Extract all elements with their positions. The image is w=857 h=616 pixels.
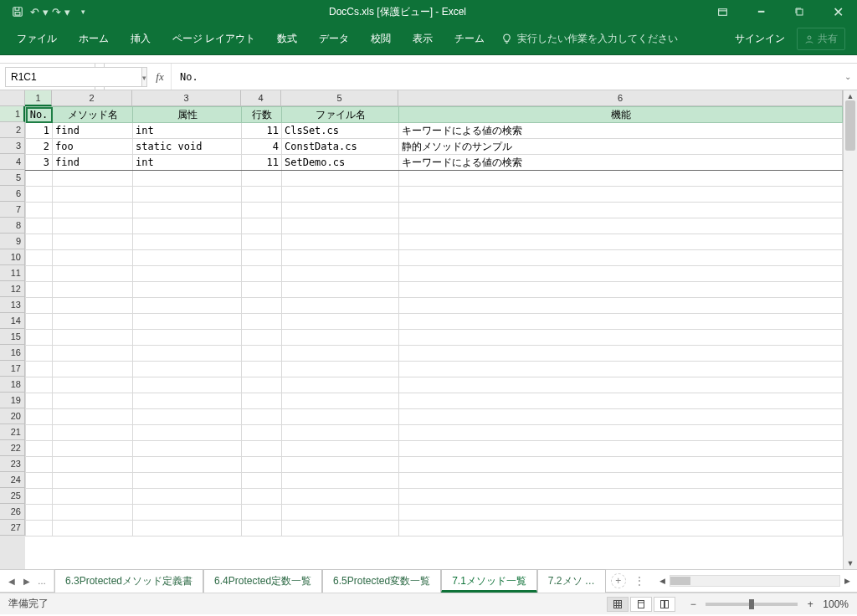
cell[interactable]	[26, 521, 53, 536]
cell[interactable]	[242, 203, 282, 218]
cell[interactable]	[26, 457, 53, 473]
cell[interactable]	[399, 266, 843, 282]
cell[interactable]	[53, 187, 133, 203]
cell[interactable]	[242, 187, 282, 203]
cells-area[interactable]: No.メソッド名属性行数ファイル名機能1findint11ClsSet.csキー…	[25, 106, 843, 569]
page-break-view-icon[interactable]	[654, 597, 675, 612]
cell[interactable]	[242, 521, 282, 536]
cell[interactable]	[242, 505, 282, 521]
cell[interactable]	[53, 362, 133, 377]
row-header[interactable]: 15	[0, 329, 25, 345]
cell[interactable]	[399, 457, 843, 473]
cell[interactable]	[133, 505, 242, 521]
cell[interactable]	[133, 362, 242, 377]
cell[interactable]	[399, 250, 843, 266]
vertical-scrollbar[interactable]: ▲ ▼	[843, 90, 857, 569]
cell[interactable]	[282, 203, 399, 218]
row-header[interactable]: 19	[0, 393, 25, 408]
ribbon-tab-team[interactable]: チーム	[453, 27, 486, 51]
cell[interactable]	[242, 377, 282, 393]
column-header[interactable]: 6	[398, 90, 843, 106]
cell[interactable]	[399, 171, 843, 187]
zoom-slider[interactable]	[706, 603, 798, 606]
cell[interactable]	[53, 409, 133, 425]
zoom-level[interactable]: 100%	[823, 598, 849, 610]
cell[interactable]: 1	[26, 123, 53, 139]
cell[interactable]	[399, 393, 843, 409]
cell[interactable]	[53, 377, 133, 393]
redo-icon[interactable]: ↷ ▾	[52, 3, 70, 21]
row-header[interactable]: 12	[0, 281, 25, 297]
tell-me[interactable]: 実行したい作業を入力してください	[501, 32, 678, 46]
ribbon-tab-view[interactable]: 表示	[411, 27, 434, 51]
cell[interactable]	[399, 330, 843, 346]
cell[interactable]	[399, 203, 843, 218]
cell[interactable]	[242, 330, 282, 346]
header-cell[interactable]: 行数	[242, 107, 282, 123]
cell[interactable]	[282, 441, 399, 457]
row-header[interactable]: 1	[0, 106, 25, 122]
cell[interactable]: 11	[242, 155, 282, 171]
cell[interactable]	[282, 298, 399, 314]
row-header[interactable]: 9	[0, 234, 25, 249]
row-header[interactable]: 3	[0, 138, 25, 154]
header-cell[interactable]: 機能	[399, 107, 843, 123]
zoom-out-icon[interactable]: −	[687, 598, 699, 610]
cell[interactable]	[399, 234, 843, 250]
cell[interactable]	[242, 218, 282, 234]
cell[interactable]	[282, 489, 399, 505]
cell[interactable]	[242, 314, 282, 330]
cell[interactable]	[282, 187, 399, 203]
cell[interactable]	[399, 441, 843, 457]
name-box[interactable]	[5, 67, 142, 87]
row-header[interactable]: 6	[0, 186, 25, 202]
cell[interactable]	[26, 250, 53, 266]
cell[interactable]	[399, 298, 843, 314]
cell[interactable]	[133, 441, 242, 457]
sheet-nav-next-icon[interactable]: ▶	[20, 577, 33, 586]
cell[interactable]: 3	[26, 155, 53, 171]
cell[interactable]	[26, 425, 53, 441]
cell[interactable]	[26, 266, 53, 282]
cell[interactable]	[282, 505, 399, 521]
cell[interactable]	[53, 441, 133, 457]
expand-formula-bar-icon[interactable]: ⌄	[839, 64, 857, 90]
header-cell[interactable]: メソッド名	[53, 107, 133, 123]
cell[interactable]	[282, 266, 399, 282]
cell[interactable]	[53, 314, 133, 330]
ribbon-tab-file[interactable]: ファイル	[15, 27, 59, 51]
cell[interactable]	[399, 473, 843, 489]
cell[interactable]	[133, 473, 242, 489]
cell[interactable]	[133, 330, 242, 346]
cell[interactable]: 11	[242, 123, 282, 139]
cell[interactable]	[282, 218, 399, 234]
cell[interactable]	[26, 409, 53, 425]
cell[interactable]	[26, 187, 53, 203]
cell[interactable]	[133, 393, 242, 409]
row-header[interactable]: 20	[0, 408, 25, 424]
undo-icon[interactable]: ↶ ▾	[30, 3, 49, 21]
cell[interactable]: int	[133, 155, 242, 171]
cell[interactable]	[399, 377, 843, 393]
cell[interactable]	[282, 362, 399, 377]
name-box-dropdown-icon[interactable]: ▾	[142, 67, 147, 87]
row-header[interactable]: 5	[0, 170, 25, 186]
sheet-tab[interactable]: 6.5Protected変数一覧	[322, 569, 441, 593]
column-header[interactable]: 4	[241, 90, 281, 106]
ribbon-display-options-icon[interactable]	[703, 0, 742, 23]
cell[interactable]: SetDemo.cs	[282, 155, 399, 171]
cell[interactable]	[53, 521, 133, 536]
cell[interactable]	[26, 171, 53, 187]
cell[interactable]	[133, 521, 242, 536]
cell[interactable]	[53, 457, 133, 473]
column-header[interactable]: 1	[25, 90, 52, 106]
cell[interactable]	[53, 346, 133, 362]
row-header[interactable]: 27	[0, 520, 25, 536]
cell[interactable]: foo	[53, 139, 133, 155]
cell[interactable]	[242, 234, 282, 250]
cell[interactable]	[26, 234, 53, 250]
cell[interactable]	[53, 234, 133, 250]
cell[interactable]	[282, 473, 399, 489]
cell[interactable]	[133, 489, 242, 505]
row-header[interactable]: 24	[0, 472, 25, 488]
